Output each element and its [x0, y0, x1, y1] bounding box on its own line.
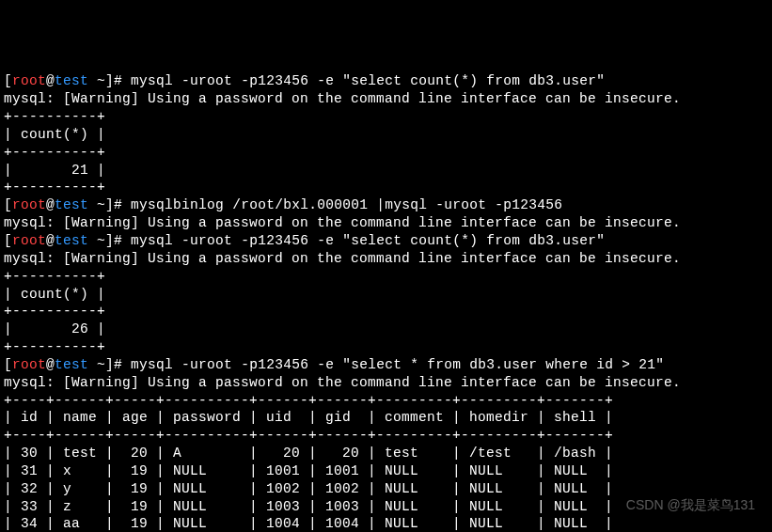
count-row-26: | 26 | [4, 321, 105, 336]
prompt-line-1: [root@test ~]# mysql -uroot -p123456 -e … [4, 73, 605, 88]
table-row: | 31 | x | 19 | NULL | 1001 | 1001 | NUL… [4, 463, 613, 478]
prompt-close: ]# [105, 197, 131, 212]
prompt-host: test [55, 357, 88, 372]
prompt-user: root [12, 233, 46, 248]
prompt-user: root [12, 197, 46, 212]
user-table-header: | id | name | age | password | uid | gid… [4, 410, 613, 425]
table-border: +----------+ [4, 180, 105, 195]
prompt-user: root [12, 73, 46, 88]
bracket-open: [ [4, 73, 12, 88]
prompt-close: ]# [105, 357, 131, 372]
prompt-line-2: [root@test ~]# mysqlbinlog /root/bxl.000… [4, 197, 562, 212]
prompt-host: test [55, 73, 88, 88]
prompt-user: root [12, 357, 46, 372]
table-border: +----------+ [4, 269, 105, 284]
prompt-at: @ [46, 73, 55, 88]
warning-3: mysql: [Warning] Using a password on the… [4, 251, 681, 266]
table-header: | count(*) | [4, 287, 105, 302]
prompt-host: test [55, 233, 88, 248]
table-border: +----------+ [4, 109, 105, 124]
prompt-at: @ [46, 197, 55, 212]
prompt-tilde: ~ [97, 73, 105, 88]
prompt-line-4: [root@test ~]# mysql -uroot -p123456 -e … [4, 357, 664, 372]
warning-1: mysql: [Warning] Using a password on the… [4, 91, 681, 106]
bracket-open: [ [4, 233, 12, 248]
prompt-tilde: ~ [97, 233, 105, 248]
command-3: mysql -uroot -p123456 -e "select count(*… [131, 233, 605, 248]
prompt-space [88, 233, 97, 248]
warning-4: mysql: [Warning] Using a password on the… [4, 375, 681, 390]
command-4: mysql -uroot -p123456 -e "select * from … [131, 357, 664, 372]
command-2: mysqlbinlog /root/bxl.000001 |mysql -uro… [131, 197, 562, 212]
table-border: +----------+ [4, 145, 105, 160]
table-row: | 30 | test | 20 | A | 20 | 20 | test | … [4, 446, 613, 461]
warning-2: mysql: [Warning] Using a password on the… [4, 215, 681, 230]
count-row-21: | 21 | [4, 163, 105, 178]
watermark-text: CSDN @我是菜鸟131 [626, 496, 755, 513]
table-header: | count(*) | [4, 127, 105, 142]
table-row: | 34 | aa | 19 | NULL | 1004 | 1004 | NU… [4, 516, 613, 531]
table-row: | 33 | z | 19 | NULL | 1003 | 1003 | NUL… [4, 499, 613, 514]
user-table-border: +----+------+-----+----------+------+---… [4, 428, 613, 443]
prompt-tilde: ~ [97, 197, 105, 212]
table-border: +----------+ [4, 304, 105, 319]
bracket-open: [ [4, 197, 12, 212]
prompt-close: ]# [105, 73, 131, 88]
prompt-at: @ [46, 357, 55, 372]
table-border: +----------+ [4, 339, 105, 354]
prompt-host: test [55, 197, 88, 212]
prompt-space [88, 73, 97, 88]
command-1: mysql -uroot -p123456 -e "select count(*… [131, 73, 605, 88]
prompt-tilde: ~ [97, 357, 105, 372]
terminal-output[interactable]: [root@test ~]# mysql -uroot -p123456 -e … [4, 72, 768, 532]
user-table-border: +----+------+-----+----------+------+---… [4, 393, 613, 408]
prompt-close: ]# [105, 233, 131, 248]
prompt-space [88, 357, 97, 372]
prompt-space [88, 197, 97, 212]
bracket-open: [ [4, 357, 12, 372]
prompt-line-3: [root@test ~]# mysql -uroot -p123456 -e … [4, 233, 605, 248]
prompt-at: @ [46, 233, 55, 248]
table-row: | 32 | y | 19 | NULL | 1002 | 1002 | NUL… [4, 481, 613, 496]
